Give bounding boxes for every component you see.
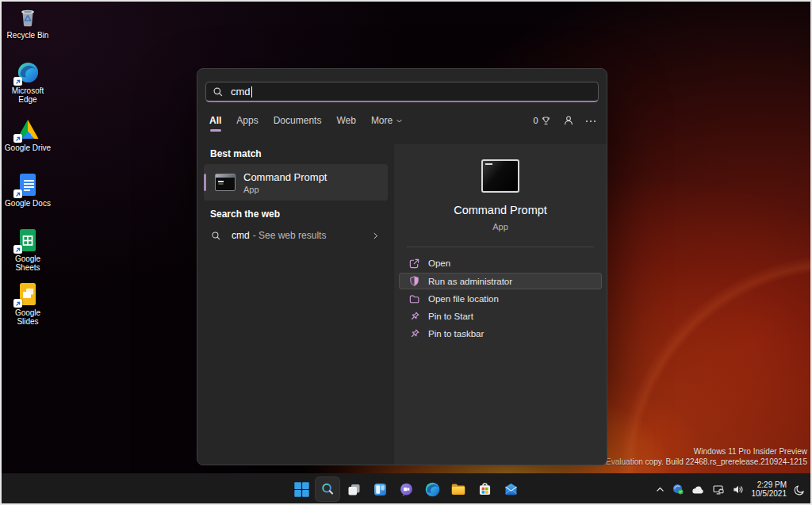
- tab-label: Documents: [274, 115, 322, 126]
- search-taskbar-icon: [319, 480, 336, 498]
- shortcut-arrow-icon: [13, 245, 22, 254]
- pin-icon: [408, 328, 420, 340]
- file-explorer-icon: [450, 480, 467, 498]
- preview-subtitle: App: [394, 222, 607, 231]
- web-search-result[interactable]: cmd - See web results: [204, 224, 388, 247]
- mail-button[interactable]: [498, 476, 523, 502]
- action-list: Open Run as administrator Open file loca…: [399, 254, 602, 342]
- action-label: Open: [428, 258, 450, 268]
- chevron-right-icon: [371, 231, 380, 240]
- task-view-button[interactable]: [341, 476, 366, 502]
- recycle-bin-icon: [15, 5, 40, 29]
- action-label: Pin to Start: [428, 312, 473, 321]
- google-sheets-icon: [15, 228, 40, 252]
- text-caret: [251, 86, 252, 98]
- insider-watermark: Windows 11 Pro Insider Preview Evaluatio…: [606, 447, 807, 467]
- clock[interactable]: 2:29 PM 10/5/2021: [752, 480, 787, 499]
- command-prompt-icon: [215, 174, 236, 191]
- desktop-icon-label: Google Slides: [3, 308, 52, 326]
- tab-web[interactable]: Web: [336, 115, 355, 126]
- tab-apps[interactable]: Apps: [236, 115, 258, 126]
- tray-date: 10/5/2021: [752, 489, 787, 499]
- shortcut-arrow-icon: [13, 189, 22, 198]
- edge-button[interactable]: [419, 476, 445, 502]
- volume-icon[interactable]: [732, 484, 745, 495]
- google-drive-icon: [15, 117, 40, 141]
- tab-label: More: [371, 115, 393, 126]
- web-suffix: - See web results: [253, 230, 327, 241]
- desktop-icon-label: Google Drive: [5, 143, 51, 152]
- task-view-icon: [346, 481, 362, 498]
- action-open-file-location[interactable]: Open file location: [399, 290, 602, 308]
- desktop-icon-label: Recycle Bin: [7, 31, 49, 40]
- file-explorer-button[interactable]: [446, 476, 471, 502]
- desktop-icon-google-docs[interactable]: Google Docs: [3, 173, 52, 208]
- watermark-line1: Windows 11 Pro Insider Preview: [606, 447, 807, 457]
- desktop-icon-google-slides[interactable]: Google Slides: [3, 282, 52, 326]
- pin-icon: [408, 311, 420, 323]
- web-query: cmd: [232, 230, 250, 241]
- result-subtitle: App: [243, 185, 327, 194]
- desktop-icon-recycle-bin[interactable]: Recycle Bin: [3, 5, 52, 40]
- store-button[interactable]: [472, 476, 497, 502]
- shortcut-arrow-icon: [13, 77, 22, 86]
- google-slides-icon: [15, 282, 40, 306]
- tab-documents[interactable]: Documents: [274, 115, 322, 126]
- search-icon: [211, 231, 221, 241]
- action-label: Pin to taskbar: [428, 329, 484, 339]
- tray-time: 2:29 PM: [752, 480, 787, 490]
- preview-content: Command Prompt App Open: [394, 69, 607, 465]
- chat-button[interactable]: [393, 476, 419, 502]
- search-button[interactable]: [315, 476, 340, 502]
- tab-label: Web: [336, 115, 355, 126]
- focus-assist-moon-icon[interactable]: [794, 484, 806, 495]
- result-title: Command Prompt: [243, 171, 327, 183]
- onedrive-icon[interactable]: [691, 484, 705, 495]
- start-button[interactable]: [289, 476, 314, 502]
- folder-icon: [408, 293, 420, 305]
- widgets-button[interactable]: [367, 476, 393, 502]
- hidden-icons-button[interactable]: [655, 484, 665, 495]
- windows-start-icon: [293, 481, 310, 498]
- microsoft-store-icon: [477, 481, 493, 498]
- desktop-icon-google-drive[interactable]: Google Drive: [3, 117, 52, 152]
- search-the-web-header: Search the web: [210, 209, 280, 220]
- widgets-icon: [372, 481, 389, 498]
- action-label: Open file location: [428, 294, 499, 304]
- tab-label: All: [209, 115, 221, 126]
- watermark-line2: Evaluation copy. Build 22468.rs_prerelea…: [606, 457, 807, 468]
- preview-title: Command Prompt: [394, 204, 607, 216]
- selection-accent-bar: [204, 174, 206, 191]
- active-tab-underline: [210, 129, 221, 132]
- desktop-icon-google-sheets[interactable]: Google Sheets: [3, 228, 52, 272]
- chat-icon: [398, 481, 415, 498]
- search-flyout: cmd All Apps Documents Web More 0: [197, 68, 607, 465]
- chevron-up-icon: [655, 484, 665, 495]
- action-pin-to-start[interactable]: Pin to Start: [399, 308, 602, 325]
- security-tray-icon[interactable]: [672, 484, 684, 495]
- windows-desktop: Recycle Bin Microsoft Edge: [0, 0, 812, 505]
- desktop-icon-microsoft-edge[interactable]: Microsoft Edge: [3, 60, 52, 104]
- search-query-text: cmd: [231, 86, 251, 98]
- desktop-icon-label: Google Docs: [5, 199, 51, 208]
- shield-icon: [408, 275, 420, 287]
- best-match-header: Best match: [210, 148, 262, 159]
- action-label: Run as administrator: [428, 277, 512, 286]
- edge-icon: [15, 60, 40, 84]
- shortcut-arrow-icon: [13, 134, 22, 143]
- shortcut-arrow-icon: [13, 299, 22, 308]
- search-icon: [213, 86, 224, 98]
- tab-all[interactable]: All: [209, 115, 221, 132]
- google-docs-icon: [15, 173, 40, 197]
- edge-icon: [424, 481, 441, 498]
- action-run-as-administrator[interactable]: Run as administrator: [399, 273, 602, 289]
- action-open[interactable]: Open: [399, 254, 602, 272]
- desktop-icon-label: Google Sheets: [10, 254, 46, 272]
- system-tray: 2:29 PM 10/5/2021: [655, 473, 806, 505]
- mail-icon: [503, 481, 519, 498]
- tab-label: Apps: [236, 115, 258, 126]
- best-match-result[interactable]: Command Prompt App: [204, 164, 388, 201]
- network-icon[interactable]: [712, 484, 725, 495]
- command-prompt-large-icon: [481, 159, 519, 193]
- action-pin-to-taskbar[interactable]: Pin to taskbar: [399, 325, 602, 342]
